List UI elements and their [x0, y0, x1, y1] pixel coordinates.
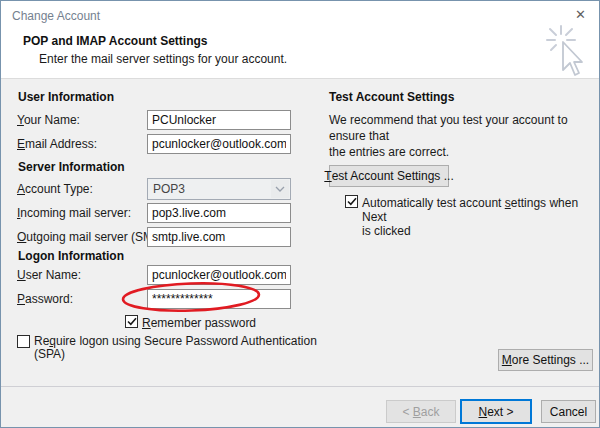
- button-text: Cancel: [550, 405, 587, 419]
- remember-password-checkbox[interactable]: [125, 315, 138, 328]
- button-text: ack: [421, 405, 440, 419]
- label-text: ser Name:: [26, 268, 81, 282]
- label-accel: P: [17, 292, 25, 306]
- your-name-input[interactable]: [147, 110, 291, 130]
- button-accel: N: [478, 405, 487, 419]
- logon-information-heading: Logon Information: [18, 249, 124, 263]
- your-name-label: Your Name:: [17, 113, 80, 127]
- footer-divider: [1, 386, 600, 387]
- button-pre: <: [402, 405, 412, 419]
- check-icon: [347, 197, 357, 206]
- label-line2: is clicked: [362, 224, 411, 238]
- cancel-button[interactable]: Cancel: [541, 400, 596, 423]
- incoming-server-label: Incoming mail server:: [17, 206, 131, 220]
- label-text: ncoming mail server:: [20, 206, 131, 220]
- logon-user-name-label: User Name:: [17, 268, 81, 282]
- password-label: Password:: [17, 292, 73, 306]
- password-input[interactable]: [147, 289, 291, 309]
- page-subtitle: Enter the mail server settings for your …: [39, 52, 287, 66]
- label-pre: Automatically test account: [362, 196, 505, 210]
- account-type-select[interactable]: POP3: [147, 178, 291, 200]
- description-line1: We recommend that you test your account …: [329, 113, 568, 143]
- auto-test-label: Automatically test account settings when…: [362, 196, 599, 238]
- dialog-header: Change Account ✕ POP and IMAP Account Se…: [1, 1, 599, 79]
- test-account-description: We recommend that you test your account …: [329, 112, 599, 160]
- page-heading: POP and IMAP Account Settings: [23, 34, 207, 48]
- description-line2: the entries are correct.: [329, 145, 449, 159]
- server-information-heading: Server Information: [18, 160, 125, 174]
- email-address-label: Email Address:: [17, 137, 97, 151]
- close-icon[interactable]: ✕: [575, 8, 586, 21]
- label-accel: Y: [17, 113, 24, 127]
- account-type-value: POP3: [148, 182, 271, 196]
- email-address-input[interactable]: [147, 134, 291, 154]
- test-account-settings-button[interactable]: Test Account Settings ...: [329, 165, 449, 187]
- label-text: assword:: [25, 292, 73, 306]
- button-accel: M: [502, 353, 512, 367]
- change-account-dialog: Change Account ✕ POP and IMAP Account Se…: [0, 0, 600, 428]
- label-text: mail Address:: [25, 137, 97, 151]
- outgoing-server-input[interactable]: [147, 227, 291, 247]
- label-accel: A: [17, 182, 25, 196]
- label-accel: R: [142, 316, 151, 330]
- button-accel: T: [324, 169, 331, 183]
- button-accel: B: [413, 405, 421, 419]
- back-button[interactable]: < Back: [386, 400, 456, 423]
- spa-label: Require logon using Secure Password Auth…: [34, 335, 317, 361]
- auto-test-checkbox[interactable]: [345, 195, 358, 208]
- wizard-cursor-icon: [546, 25, 594, 79]
- label-pre: Re: [34, 334, 49, 348]
- label-text: ccount Type:: [25, 182, 93, 196]
- dialog-title: Change Account: [12, 9, 100, 23]
- label-text: uire logon using Secure Password Authent…: [56, 334, 317, 348]
- button-text: ext >: [487, 405, 513, 419]
- next-button[interactable]: Next >: [460, 399, 532, 424]
- button-text: ore Settings ...: [512, 353, 589, 367]
- more-settings-button[interactable]: More Settings ...: [498, 349, 593, 371]
- remember-password-label: Remember password: [142, 316, 256, 330]
- incoming-server-input[interactable]: [147, 203, 291, 223]
- label-text: our Name:: [24, 113, 80, 127]
- chevron-down-icon: [271, 180, 289, 198]
- label-accel: O: [17, 230, 26, 244]
- check-icon: [127, 317, 137, 326]
- label-text: emember password: [151, 316, 256, 330]
- button-text: est Account Settings ...: [332, 169, 454, 183]
- spa-checkbox[interactable]: [17, 335, 30, 348]
- label-line2: (SPA): [34, 347, 65, 361]
- account-type-label: Account Type:: [17, 182, 93, 196]
- test-account-settings-heading: Test Account Settings: [329, 90, 454, 104]
- logon-user-name-input[interactable]: [147, 265, 291, 285]
- label-accel: U: [17, 268, 26, 282]
- label-accel: E: [17, 137, 25, 151]
- user-information-heading: User Information: [18, 90, 114, 104]
